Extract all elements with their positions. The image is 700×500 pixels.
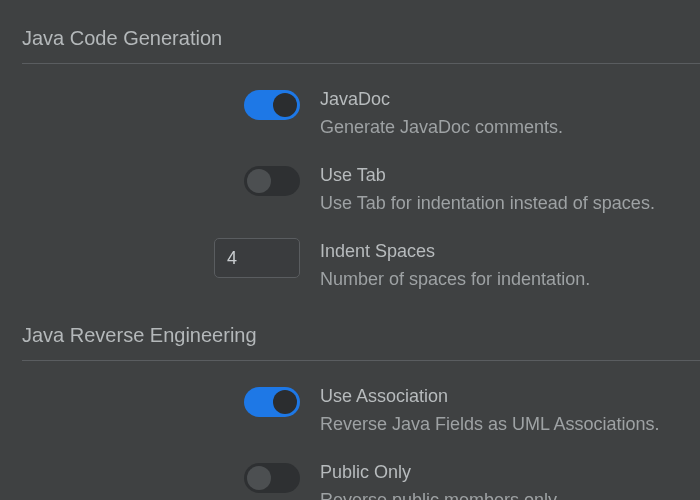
setting-row-use-tab: Use Tab Use Tab for indentation instead …: [22, 162, 700, 216]
use-association-toggle[interactable]: [244, 387, 300, 417]
section-title-code-generation: Java Code Generation: [22, 24, 700, 53]
setting-row-javadoc: JavaDoc Generate JavaDoc comments.: [22, 86, 700, 140]
toggle-knob: [247, 466, 271, 490]
use-association-desc: Reverse Java Fields as UML Associations.: [320, 411, 700, 437]
public-only-toggle[interactable]: [244, 463, 300, 493]
indent-spaces-input[interactable]: [214, 238, 300, 278]
javadoc-desc: Generate JavaDoc comments.: [320, 114, 700, 140]
section-divider: [22, 63, 700, 64]
use-tab-toggle[interactable]: [244, 166, 300, 196]
toggle-knob: [247, 169, 271, 193]
setting-row-use-association: Use Association Reverse Java Fields as U…: [22, 383, 700, 437]
use-tab-desc: Use Tab for indentation instead of space…: [320, 190, 700, 216]
setting-row-public-only: Public Only Reverse public members only.: [22, 459, 700, 500]
toggle-knob: [273, 93, 297, 117]
section-title-reverse-engineering: Java Reverse Engineering: [22, 321, 700, 350]
setting-row-indent-spaces: Indent Spaces Number of spaces for inden…: [22, 238, 700, 292]
javadoc-label: JavaDoc: [320, 86, 700, 112]
public-only-label: Public Only: [320, 459, 700, 485]
section-divider: [22, 360, 700, 361]
toggle-knob: [273, 390, 297, 414]
indent-spaces-label: Indent Spaces: [320, 238, 700, 264]
java-preferences-panel: Java Code Generation JavaDoc Generate Ja…: [0, 0, 700, 500]
use-tab-label: Use Tab: [320, 162, 700, 188]
use-association-label: Use Association: [320, 383, 700, 409]
public-only-desc: Reverse public members only.: [320, 487, 700, 500]
indent-spaces-desc: Number of spaces for indentation.: [320, 266, 700, 292]
javadoc-toggle[interactable]: [244, 90, 300, 120]
